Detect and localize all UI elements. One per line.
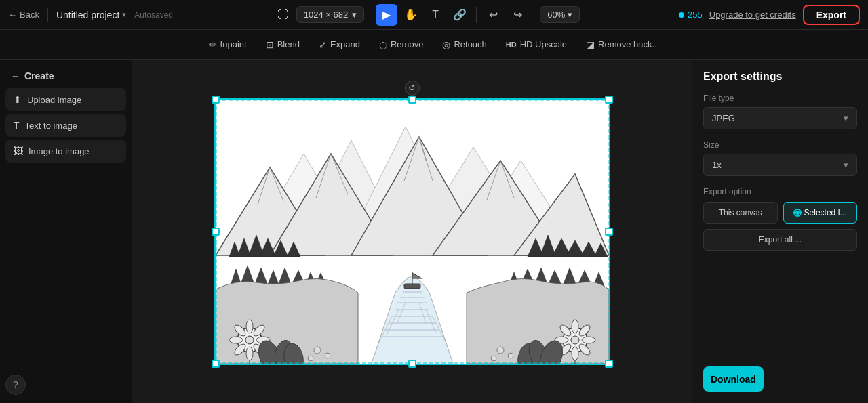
create-arrow-icon: ← (11, 70, 20, 81)
size-field: Size 1x ▾ (703, 140, 857, 176)
export-button[interactable]: Export (803, 5, 860, 25)
canvas-image (216, 100, 609, 364)
rotate-handle[interactable]: ↺ (405, 81, 420, 96)
remove-button[interactable]: ◌ Remove (371, 36, 431, 54)
back-button[interactable]: ← Back (8, 9, 39, 20)
svg-point-94 (308, 356, 313, 361)
help-button[interactable]: ? (5, 375, 26, 395)
inpaint-button[interactable]: ✏ Inpaint (201, 36, 255, 54)
expand-label: Expand (330, 39, 360, 49)
file-type-chevron-icon: ▾ (844, 113, 848, 123)
zoom-chevron-icon: ▾ (568, 9, 572, 20)
hd-upscale-button[interactable]: HD HD Upscale (498, 36, 575, 53)
topbar-divider (47, 8, 48, 22)
svg-point-81 (582, 337, 595, 343)
resize-handle-bottom-left[interactable] (212, 360, 220, 368)
file-type-select[interactable]: JPEG ▾ (703, 107, 857, 129)
svg-point-65 (245, 336, 254, 344)
retouch-icon: ◎ (442, 39, 450, 50)
sidebar: ← Create ⬆ Upload image T Text to image … (0, 60, 132, 403)
redo-button[interactable]: ↪ (507, 4, 528, 26)
svg-point-68 (246, 347, 253, 360)
svg-point-79 (572, 347, 578, 360)
select-tool-button[interactable]: ▶ (376, 4, 397, 26)
tool-separator-2 (476, 7, 477, 23)
expand-button[interactable]: ⤢ Expand (311, 36, 368, 54)
resize-handle-bottom-right[interactable] (605, 360, 613, 368)
export-panel: Export settings File type JPEG ▾ Size 1x… (692, 60, 868, 403)
export-options-row: This canvas Selected I... (703, 202, 857, 224)
upload-image-label: Upload image (27, 95, 81, 105)
tool-separator-3 (534, 7, 534, 23)
tool-separator (370, 7, 370, 23)
resize-handle-top-mid[interactable] (408, 96, 416, 104)
project-chevron-icon: ▾ (122, 10, 126, 19)
selected-image-button[interactable]: Selected I... (783, 202, 858, 224)
file-type-value: JPEG (712, 113, 735, 123)
sidebar-create-title: ← Create (5, 68, 126, 88)
svg-point-93 (325, 353, 330, 358)
blend-label: Blend (277, 39, 300, 49)
topbar-right: 255 Upgrade to get credits Export (679, 5, 860, 25)
retouch-button[interactable]: ◎ Retouch (434, 36, 494, 54)
back-label: Back (20, 9, 39, 20)
file-type-label: File type (703, 93, 857, 103)
size-value: 1x (712, 160, 722, 170)
remove-icon: ◌ (379, 39, 387, 50)
undo-button[interactable]: ↩ (482, 4, 504, 26)
blend-button[interactable]: ⊡ Blend (258, 36, 308, 54)
sidebar-item-upload-image[interactable]: ⬆ Upload image (5, 88, 126, 111)
toolbar: ✏ Inpaint ⊡ Blend ⤢ Expand ◌ Remove ◎ Re… (0, 30, 868, 60)
project-name[interactable]: Untitled project ▾ (56, 9, 126, 20)
export-all-button[interactable]: Export all ... (703, 229, 857, 251)
size-chevron-icon: ▾ (844, 160, 848, 170)
back-arrow-icon: ← (8, 9, 17, 20)
zoom-button[interactable]: 60% ▾ (540, 6, 580, 23)
hd-upscale-icon: HD (506, 41, 517, 49)
canvas-size-chevron-icon: ▾ (352, 9, 357, 20)
size-select[interactable]: 1x ▾ (703, 154, 857, 176)
svg-point-92 (314, 347, 321, 354)
download-button[interactable]: Download (703, 366, 764, 392)
size-label: Size (703, 140, 857, 150)
this-canvas-button[interactable]: This canvas (703, 202, 778, 224)
credits-dot-icon (679, 12, 684, 18)
remove-background-label: Remove back... (598, 39, 659, 49)
download-section: Download (703, 366, 857, 392)
resize-handle-mid-left[interactable] (212, 228, 220, 236)
upload-icon: ⬆ (14, 94, 22, 105)
image-to-image-label: Image to image (28, 146, 90, 156)
sidebar-item-text-to-image[interactable]: T Text to image (5, 114, 126, 137)
selected-radio-icon (793, 209, 802, 217)
sidebar-title-text: Create (24, 70, 54, 81)
inpaint-label: Inpaint (220, 39, 247, 49)
hd-upscale-label: HD Upscale (520, 39, 567, 49)
canvas-image-wrapper[interactable]: ↺ (214, 98, 610, 365)
text-tool-button[interactable]: T (425, 4, 446, 26)
credits-badge: 255 (679, 9, 703, 20)
resize-handle-bottom-mid[interactable] (408, 360, 416, 368)
remove-background-icon: ◪ (586, 39, 595, 50)
resize-handle-top-right[interactable] (605, 96, 613, 104)
svg-point-96 (508, 353, 513, 358)
resize-icon[interactable]: ⛶ (272, 4, 294, 26)
svg-point-69 (229, 337, 243, 343)
svg-point-76 (571, 336, 579, 344)
credits-count: 255 (688, 9, 703, 20)
canvas-area: ↺ (132, 60, 692, 403)
topbar-center: ⛶ 1024 × 682 ▾ ▶ ✋ T 🔗 ↩ ↪ 60% ▾ (178, 4, 673, 26)
resize-handle-mid-right[interactable] (605, 228, 613, 236)
remove-background-button[interactable]: ◪ Remove back... (578, 36, 667, 54)
text-image-icon: T (14, 120, 20, 131)
selected-image-label: Selected I... (804, 208, 847, 217)
blend-icon: ⊡ (266, 39, 274, 50)
sidebar-item-image-to-image[interactable]: 🖼 Image to image (5, 140, 126, 163)
hand-tool-button[interactable]: ✋ (400, 4, 422, 26)
upgrade-link[interactable]: Upgrade to get credits (709, 9, 796, 20)
retouch-label: Retouch (454, 39, 486, 49)
main-content: ← Create ⬆ Upload image T Text to image … (0, 60, 868, 403)
export-panel-title: Export settings (703, 70, 857, 83)
canvas-size-button[interactable]: 1024 × 682 ▾ (296, 6, 364, 23)
link-tool-button[interactable]: 🔗 (449, 4, 471, 26)
resize-handle-top-left[interactable] (212, 96, 220, 104)
